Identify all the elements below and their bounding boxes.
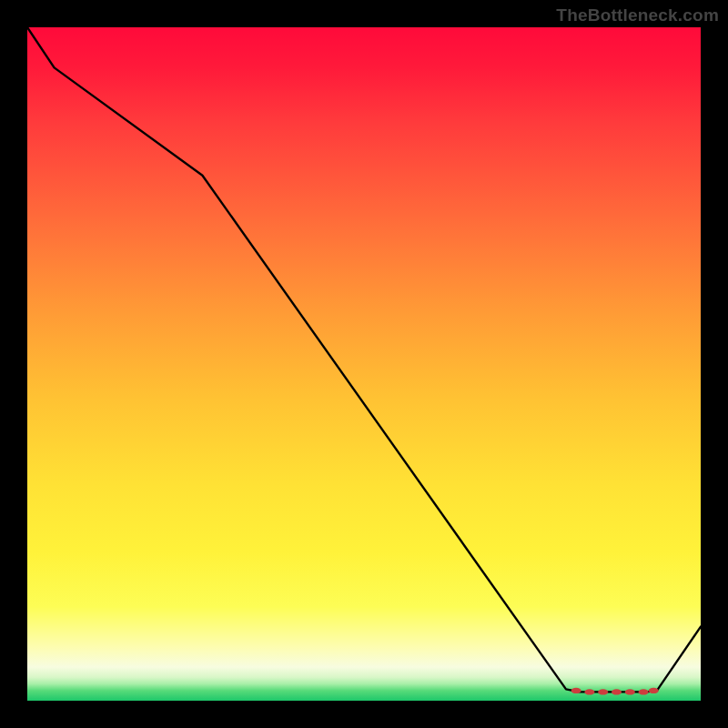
trough-marker — [571, 688, 581, 693]
main-curve — [27, 27, 701, 692]
trough-marker — [649, 688, 659, 693]
trough-marker — [639, 689, 649, 694]
chart-svg — [27, 27, 701, 701]
watermark-text: TheBottleneck.com — [556, 5, 719, 25]
trough-marker — [584, 689, 594, 694]
trough-marker — [625, 689, 635, 694]
trough-marker — [612, 689, 622, 694]
trough-marker — [598, 689, 608, 694]
chart-frame: TheBottleneck.com — [0, 0, 728, 728]
plot-area — [27, 27, 701, 701]
